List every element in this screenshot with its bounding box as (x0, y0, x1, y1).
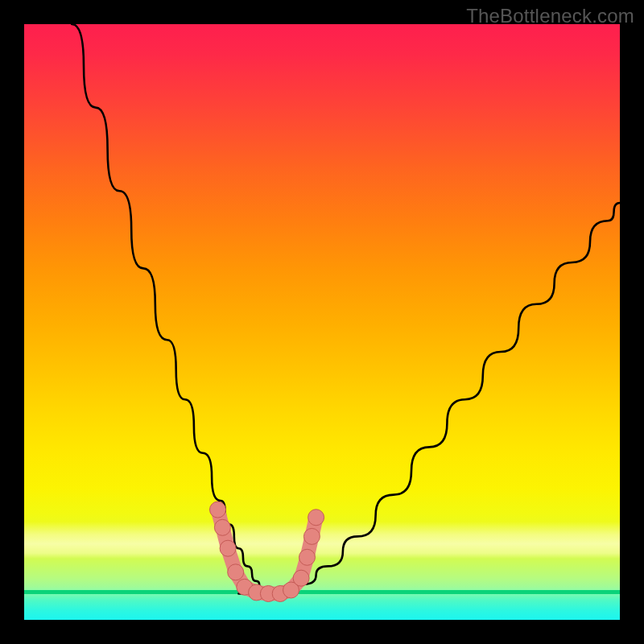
data-marker (214, 519, 230, 535)
curve-left-branch (72, 24, 275, 593)
data-marker (293, 570, 309, 586)
curve-layer (24, 24, 620, 620)
data-marker (308, 510, 324, 526)
curve-right-branch (275, 203, 620, 593)
data-marker (220, 540, 236, 556)
data-marker (210, 502, 226, 518)
plot-area (24, 24, 620, 620)
watermark-text: TheBottleneck.com (466, 5, 634, 27)
data-marker (299, 549, 316, 565)
data-marker (303, 528, 320, 544)
chart-frame: TheBottleneck.com (0, 0, 644, 644)
data-marker (228, 564, 244, 580)
